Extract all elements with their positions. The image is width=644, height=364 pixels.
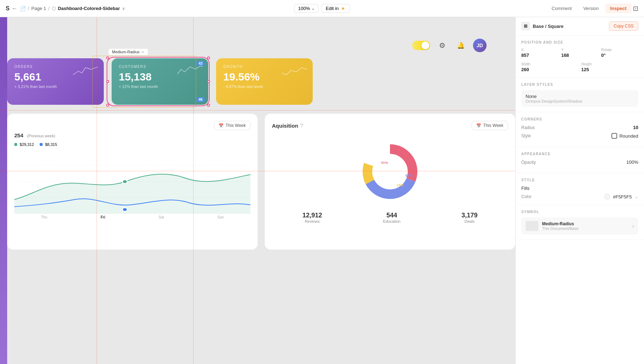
stat-deals: 3,179 Deals	[462, 212, 478, 223]
gear-icon: ⚙	[439, 41, 445, 50]
inspect-panel-header: ⊞ Base / Square Copy CSS	[516, 17, 644, 35]
handle-br[interactable]	[207, 104, 210, 107]
symbol-row[interactable]: Medium-Radius This Document/Base ›	[521, 217, 638, 235]
main-layout: ⚙ 🔔 JD ORDERS 5,661 + 3,21% than last mo…	[0, 17, 644, 364]
edit-in-button[interactable]: Edit in ★	[321, 4, 350, 13]
tab-comment[interactable]: Comment	[547, 4, 577, 13]
legend-item-1: $29,312	[14, 142, 34, 147]
x-prop: X 857	[521, 48, 558, 58]
layer-style-row: None Octopus-DesignSystem/Shadow	[521, 90, 638, 107]
appearance-section: APPEARANCE Opacity 100%	[516, 147, 644, 173]
radius-row: Radius 10	[521, 125, 638, 130]
acquisition-title-row: Aquisition ?	[272, 123, 303, 129]
right-week-button[interactable]: 📅 This Week	[472, 121, 508, 130]
customers-sparkline	[177, 64, 203, 77]
legend-dot-1	[14, 143, 17, 146]
avatar-initials: JD	[477, 43, 483, 48]
symbol-name: Medium-Radius	[542, 221, 632, 226]
theme-toggle[interactable]	[412, 41, 430, 50]
chart-legend: $29,312 $8,315	[14, 142, 250, 147]
color-swatch	[604, 194, 610, 200]
reviews-label: Reviews	[302, 219, 322, 223]
handle-bl[interactable]	[106, 104, 109, 107]
badge-46: 46	[196, 97, 205, 102]
component-name-row: ⊞ Base / Square	[521, 22, 564, 30]
position-size-title: POSITION AND SIZE	[521, 40, 638, 44]
inspect-panel: ⊞ Base / Square Copy CSS POSITION AND SI…	[515, 17, 644, 364]
fills-label: Fills	[521, 186, 638, 191]
donut-chart-container: 31% 18% 51%	[272, 136, 508, 207]
logo[interactable]: S	[6, 5, 10, 12]
position-size-section: POSITION AND SIZE X 857 Y 168 Rotate 0° …	[516, 35, 644, 78]
layer-styles-title: LAYER STYLES	[521, 83, 638, 87]
gear-button[interactable]: ⚙	[436, 39, 449, 52]
height-label: Height	[581, 62, 639, 66]
right-calendar-icon: 📅	[476, 123, 481, 128]
stat-cards-row: ORDERS 5,661 + 3,21% than last month Med…	[7, 58, 313, 105]
customers-sub: + 12% than last month	[119, 84, 201, 89]
handle-tr[interactable]	[207, 56, 210, 59]
breadcrumb-sep2: /	[48, 6, 50, 11]
handle-tl[interactable]	[106, 56, 109, 59]
topbar-right: Comment Version Inspect ⊡	[353, 4, 638, 13]
rounded-icon	[611, 133, 617, 139]
y-value: 168	[561, 53, 599, 58]
component-name-label: Base / Square	[533, 24, 564, 29]
stat-education: 544 Education	[383, 212, 401, 223]
breadcrumb-frame[interactable]: Dashboard-Colored-Sidebar	[58, 6, 120, 11]
color-row: Color #F5F5F5 ⌄	[521, 194, 638, 200]
style-title: STYLE	[521, 178, 638, 182]
color-chevron-icon[interactable]: ⌄	[635, 194, 638, 199]
prev-week-value: 254	[14, 132, 23, 138]
star-icon: ★	[341, 6, 345, 11]
zoom-value: 100%	[298, 6, 310, 11]
left-week-button[interactable]: 📅 This Week	[214, 121, 250, 130]
handle-ml[interactable]	[106, 80, 109, 83]
svg-point-4	[122, 208, 127, 211]
donut-stats-row: 12,912 Reviews 544 Education 3,179 Deals	[272, 212, 508, 223]
legend-item-2: $8,315	[40, 142, 57, 147]
zoom-control[interactable]: 100% ⌄	[294, 4, 318, 13]
rotate-prop: Rotate 0°	[601, 48, 638, 58]
left-week-label: This Week	[226, 123, 246, 128]
donut-label-51: 51%	[405, 173, 413, 177]
line-chart	[14, 149, 250, 214]
symbol-info: Medium-Radius This Document/Base	[542, 221, 632, 231]
copy-css-button[interactable]: Copy CSS	[609, 21, 638, 31]
component-icon-symbol: ⊞	[524, 24, 527, 29]
right-panel-card: Aquisition ? 📅 This Week	[265, 114, 515, 250]
appearance-title: APPEARANCE	[521, 152, 638, 156]
bell-icon: 🔔	[457, 41, 465, 49]
breadcrumb-page[interactable]: Page 1	[31, 6, 46, 11]
growth-sparkline	[282, 64, 307, 77]
layer-style-sub: Octopus-DesignSystem/Shadow	[526, 99, 634, 103]
canvas-area[interactable]: ⚙ 🔔 JD ORDERS 5,661 + 3,21% than last mo…	[0, 17, 515, 364]
tab-version[interactable]: Version	[578, 4, 604, 13]
svg-point-3	[122, 180, 127, 183]
tab-inspect[interactable]: Inspect	[605, 4, 632, 13]
height-value: 125	[581, 67, 639, 72]
info-icon[interactable]: ?	[300, 123, 303, 128]
avatar[interactable]: JD	[473, 39, 487, 52]
back-button[interactable]: ←	[12, 5, 18, 12]
medium-radius-label: Medium-Radius →	[112, 50, 145, 54]
opacity-value: 100%	[626, 159, 638, 165]
legend-value-2: $8,315	[45, 142, 57, 147]
symbol-sub: This Document/Base	[542, 226, 632, 231]
deals-value: 3,179	[462, 212, 478, 219]
symbol-title: SYMBOL	[521, 210, 638, 214]
bell-button[interactable]: 🔔	[454, 39, 467, 52]
layer-style-name: None	[526, 94, 634, 99]
radius-label: Radius	[521, 125, 535, 130]
education-value: 544	[383, 212, 401, 219]
width-label: Width	[521, 62, 579, 66]
medium-radius-badge: Medium-Radius →	[108, 48, 148, 55]
y-label: Y	[561, 48, 599, 52]
handle-mr[interactable]	[207, 80, 210, 83]
donut-label-31: 31%	[381, 161, 388, 164]
breadcrumb-sep1: /	[28, 6, 29, 11]
panel-toggle-icon[interactable]: ⊡	[633, 5, 638, 13]
frame-icon: ⬡	[52, 6, 56, 11]
frame-chevron[interactable]: ∨	[122, 6, 125, 11]
component-icon: ⊞	[521, 22, 530, 30]
